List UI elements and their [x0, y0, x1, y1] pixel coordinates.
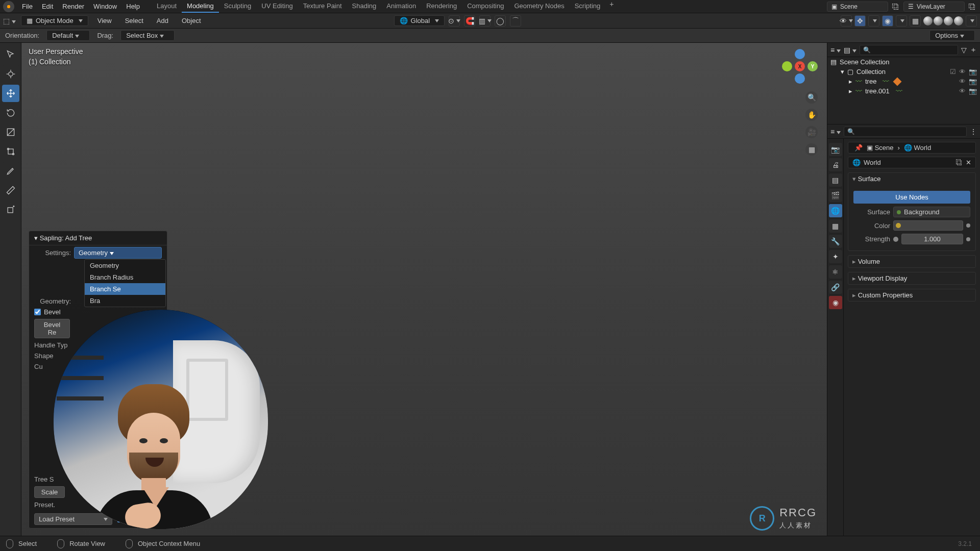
menu-add[interactable]: Add [153, 17, 173, 24]
unlink-world-button[interactable]: ✕ [966, 159, 971, 166]
hide-viewport-icon[interactable]: 👁 [959, 87, 966, 95]
panel-custom-properties-header[interactable]: Custom Properties [848, 289, 975, 301]
orientation-field[interactable]: Default [46, 30, 90, 41]
viewlayer-selector[interactable]: ☰ ViewLayer [903, 2, 965, 12]
visibility-filter-button[interactable]: 👁 [841, 15, 852, 27]
gizmo-neg-z-axis[interactable] [795, 73, 805, 84]
color-socket[interactable] [966, 223, 970, 228]
new-world-button[interactable]: ⿻ [956, 159, 963, 166]
filter-button[interactable]: ▽ [961, 46, 967, 54]
scale-button[interactable]: Scale [34, 486, 65, 498]
disable-render-icon[interactable]: 📷 [969, 87, 977, 95]
ptab-scene[interactable]: 🎬 [829, 189, 842, 202]
hide-viewport-icon[interactable]: 👁 [959, 78, 966, 85]
overlay-options[interactable] [896, 15, 907, 27]
tab-sculpting[interactable]: Sculpting [219, 0, 256, 13]
crumb-scene[interactable]: ▣ Scene [867, 144, 894, 152]
bevel-checkbox[interactable] [34, 309, 41, 315]
strength-field[interactable]: 1.000 [901, 234, 963, 244]
dropdown-opt-bra[interactable]: Bra [85, 295, 165, 307]
crumb-world[interactable]: 🌐 World [904, 144, 931, 152]
dropdown-opt-branch-se[interactable]: Branch Se [85, 283, 165, 295]
options-icon[interactable]: ⋮ [970, 128, 977, 136]
ptab-physics[interactable]: ⚛ [829, 265, 842, 279]
ptab-particle[interactable]: ✦ [829, 250, 842, 263]
settings-dropdown[interactable]: Geometry [74, 247, 162, 259]
tool-rotate[interactable] [2, 104, 19, 121]
color-field[interactable] [893, 220, 963, 231]
tool-cursor[interactable] [2, 65, 19, 83]
drag-field[interactable]: Select Box [120, 30, 175, 41]
ptab-world[interactable]: 🌐 [829, 204, 842, 217]
disable-render-icon[interactable]: 📷 [969, 78, 977, 85]
transform-orientation[interactable]: 🌐 Global [394, 15, 445, 26]
menu-file[interactable]: File [17, 3, 37, 10]
hide-viewport-icon[interactable]: 👁 [959, 68, 966, 76]
shading-rendered[interactable] [954, 16, 963, 26]
tool-select-box[interactable] [2, 46, 19, 63]
gizmo-neg-x-axis[interactable] [782, 61, 792, 71]
outliner-search-input[interactable] [860, 45, 958, 55]
menu-edit[interactable]: Edit [37, 3, 58, 10]
tool-move[interactable] [2, 85, 19, 102]
proportional-edit-toggle[interactable]: ◯ [495, 15, 506, 27]
overlay-toggle[interactable]: ◉ [882, 15, 893, 27]
menu-select[interactable]: Select [121, 17, 148, 24]
xray-toggle[interactable]: ▦ [910, 15, 921, 27]
viewport-3d[interactable]: User Perspective (1) Collection X Y 🔍 ✋ … [21, 43, 827, 536]
world-datablock-selector[interactable]: 🌐 World ⿻ ✕ [848, 157, 976, 168]
panel-surface-header[interactable]: Surface [848, 173, 975, 185]
gizmo-y-axis[interactable]: Y [807, 61, 818, 71]
editor-type-button[interactable]: ⬚ [3, 17, 16, 25]
viewport-shading[interactable] [923, 16, 963, 26]
tab-texture-paint[interactable]: Texture Paint [298, 0, 347, 13]
menu-window[interactable]: Window [89, 3, 121, 10]
ptab-output[interactable]: 🖨 [829, 158, 842, 171]
dropdown-opt-geometry[interactable]: Geometry [85, 260, 165, 271]
add-workspace-button[interactable]: + [605, 0, 618, 13]
tab-animation[interactable]: Animation [381, 0, 421, 13]
ptab-viewlayer[interactable]: ▤ [829, 173, 842, 187]
shading-wireframe[interactable] [923, 16, 933, 26]
new-collection-button[interactable]: ＋ [970, 45, 977, 55]
gizmo-toggle[interactable]: ✥ [854, 15, 866, 27]
ptab-render[interactable]: 📷 [829, 143, 842, 156]
tab-geometry-nodes[interactable]: Geometry Nodes [509, 0, 569, 13]
menu-object[interactable]: Object [178, 17, 205, 24]
ptab-material[interactable]: ◉ [829, 296, 842, 309]
shading-material[interactable] [944, 16, 953, 26]
pivot-point-button[interactable]: ⊙ [449, 15, 460, 27]
menu-help[interactable]: Help [121, 3, 144, 10]
menu-view[interactable]: View [93, 17, 116, 24]
panel-title[interactable]: ▾ Sapling: Add Tree [29, 231, 167, 245]
scene-selector[interactable]: ▣ Scene [827, 2, 888, 12]
tab-rendering[interactable]: Rendering [421, 0, 462, 13]
tab-compositing[interactable]: Compositing [462, 0, 509, 13]
tool-measure[interactable] [2, 182, 19, 199]
load-preset-dropdown[interactable]: Load Preset [34, 513, 112, 525]
tab-layout[interactable]: Layout [152, 0, 182, 13]
navigation-gizmo[interactable]: X Y [782, 49, 818, 85]
snap-toggle[interactable]: 🧲 [464, 15, 475, 27]
panel-volume-header[interactable]: Volume [848, 256, 975, 267]
panel-viewport-display-header[interactable]: Viewport Display [848, 272, 975, 284]
zoom-button[interactable]: 🔍 [805, 91, 818, 104]
outliner-scene-collection[interactable]: ▤ Scene Collection [827, 57, 980, 67]
tab-modeling[interactable]: Modeling [182, 0, 219, 13]
disable-render-icon[interactable]: 📷 [969, 68, 977, 76]
ptab-modifier[interactable]: 🔧 [829, 235, 842, 248]
outliner-item-tree-001[interactable]: ▸ 〰 tree.001 〰 👁 📷 [827, 86, 980, 96]
dropdown-opt-branch-radius[interactable]: Branch Radius [85, 271, 165, 283]
editor-type-properties-button[interactable]: ≡ [830, 128, 841, 136]
editor-type-outliner-button[interactable]: ≡ [830, 46, 841, 54]
mode-selector[interactable]: ▦ Object Mode [21, 15, 88, 26]
camera-view-button[interactable]: 🎥 [805, 126, 818, 138]
tool-add-primitive[interactable] [2, 201, 19, 218]
ptab-object[interactable]: ▦ [829, 219, 842, 233]
strength-socket-left[interactable] [893, 237, 898, 242]
properties-search-input[interactable] [844, 127, 967, 137]
gizmo-x-axis[interactable]: X [795, 61, 805, 71]
bevel-re-button[interactable]: Bevel Re [34, 319, 70, 338]
gizmo-z-axis[interactable] [795, 49, 805, 59]
display-mode-button[interactable]: ▤ [844, 46, 856, 54]
